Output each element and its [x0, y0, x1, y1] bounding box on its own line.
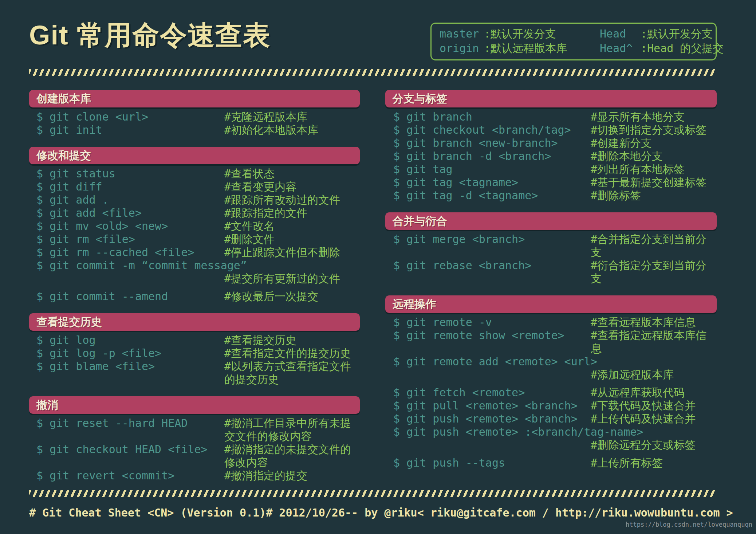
- legend-term: Head: [600, 27, 641, 40]
- command-text: $ git commit --amend: [36, 290, 224, 303]
- command-text: $ git remote show <remote>: [393, 329, 591, 355]
- command-row: $ git rebase <branch>#衍合指定分支到当前分支: [393, 259, 717, 285]
- command-row: $ git push --tags#上传所有标签: [393, 456, 717, 470]
- command-row: $ git clone <url>#克隆远程版本库: [36, 110, 360, 123]
- legend-term: origin: [440, 42, 484, 55]
- footer-contact: < riku@gitcafe.com / http://riku.wowubun…: [417, 506, 733, 519]
- command-row: $ git revert <commit>#撤消指定的提交: [36, 469, 360, 482]
- command-rows: $ git branch#显示所有本地分支$ git checkout <bra…: [385, 107, 717, 202]
- comment-text: #合并指定分支到当前分支: [591, 233, 717, 259]
- command-text: $ git reset --hard HEAD: [36, 417, 224, 443]
- command-text: $ git tag: [393, 163, 591, 176]
- comment-text: #列出所有本地标签: [591, 163, 717, 176]
- legend-desc: :默认开发分支: [641, 27, 724, 40]
- command-row: $ git commit --amend#修改最后一次提交: [36, 290, 360, 303]
- command-rows: $ git remote -v#查看远程版本库信息$ git remote sh…: [385, 313, 717, 470]
- comment-text: #文件改名: [224, 220, 360, 233]
- comment-text: #添加远程版本库: [591, 368, 717, 381]
- command-text: $ git remote -v: [393, 316, 591, 329]
- section-header: 撤消: [29, 396, 360, 414]
- command-row: $ git merge <branch>#合并指定分支到当前分支: [393, 233, 717, 259]
- legend-desc: :默认开发分支: [484, 27, 600, 40]
- comment-text: #克隆远程版本库: [224, 110, 360, 123]
- command-text: $ git checkout <branch/tag>: [393, 123, 591, 137]
- footer-author: -- by @riku: [345, 506, 417, 519]
- command-text: $ git remote add <remote> <url>: [393, 355, 717, 368]
- command-row: $ git reset --hard HEAD#撤消工作目录中所有未提交文件的修…: [36, 417, 360, 443]
- comment-text: #跟踪所有改动过的文件: [224, 193, 360, 207]
- command-rows: $ git status#查看状态$ git diff#查看变更内容$ git …: [29, 164, 360, 303]
- command-row: $ git log#查看提交历史: [36, 334, 360, 347]
- command-text: $ git checkout HEAD <file>: [36, 443, 224, 469]
- section-header: 查看提交历史: [29, 313, 360, 331]
- hatched-divider-top: [29, 69, 716, 76]
- legend-desc: :默认远程版本库: [484, 42, 600, 55]
- section: 远程操作$ git remote -v#查看远程版本库信息$ git remot…: [385, 295, 717, 470]
- comment-text: #查看指定远程版本库信息: [591, 329, 717, 355]
- section-header: 合并与衍合: [385, 212, 717, 230]
- comment-text: #上传所有标签: [591, 456, 717, 470]
- footer-date: # 2012/10/26: [266, 506, 345, 519]
- command-row: $ git checkout HEAD <file>#撤消指定的未提交文件的修改…: [36, 443, 360, 469]
- command-text: $ git rebase <branch>: [393, 259, 591, 285]
- comment-text: #撤消指定的提交: [224, 469, 360, 482]
- section-header: 创建版本库: [29, 90, 360, 107]
- comment-text: #上传代码及快速合并: [591, 412, 717, 425]
- comment-text: #修改最后一次提交: [224, 290, 360, 303]
- comment-text: #跟踪指定的文件: [224, 207, 360, 220]
- comment-text: #查看远程版本库信息: [591, 316, 717, 329]
- command-row: $ git tag#列出所有本地标签: [393, 163, 717, 176]
- command-text: $ git clone <url>: [36, 110, 224, 123]
- command-text: $ git fetch <remote>: [393, 386, 591, 399]
- command-text: $ git push --tags: [393, 456, 591, 470]
- command-text: $ git init: [36, 123, 224, 137]
- section: 修改和提交$ git status#查看状态$ git diff#查看变更内容$…: [29, 147, 360, 303]
- command-row: $ git branch#显示所有本地分支: [393, 110, 717, 123]
- column-right: 分支与标签$ git branch#显示所有本地分支$ git checkout…: [385, 90, 717, 482]
- command-row: $ git commit -m “commit message”#提交所有更新过…: [36, 259, 360, 285]
- section: 分支与标签$ git branch#显示所有本地分支$ git checkout…: [385, 90, 717, 202]
- command-text: $ git push <remote> <branch>: [393, 412, 591, 425]
- watermark: https://blog.csdn.net/lovequanquqn: [626, 521, 752, 528]
- comment-text: #撤消工作目录中所有未提交文件的修改内容: [224, 417, 360, 443]
- command-text: $ git diff: [36, 180, 224, 193]
- section: 查看提交历史$ git log#查看提交历史$ git log -p <file…: [29, 313, 360, 386]
- command-text: $ git rm --cached <file>: [36, 246, 224, 259]
- command-row: $ git fetch <remote>#从远程库获取代码: [393, 386, 717, 399]
- command-text: $ git push <remote> :<branch/tag-name>: [393, 425, 717, 439]
- section-header: 分支与标签: [385, 90, 717, 107]
- header: Git 常用命令速查表 master :默认开发分支 Head :默认开发分支 …: [0, 0, 756, 60]
- comment-text: #衍合指定分支到当前分支: [591, 259, 717, 285]
- main-content: 创建版本库$ git clone <url>#克隆远程版本库$ git init…: [0, 76, 756, 482]
- command-row: $ git push <remote> <branch>#上传代码及快速合并: [393, 412, 717, 425]
- command-row: $ git mv <old> <new>#文件改名: [36, 220, 360, 233]
- section-header: 远程操作: [385, 295, 717, 313]
- footer-line: # Git Cheat Sheet <CN> (Version 0.1) # 2…: [29, 506, 716, 519]
- legend-term: Head^: [600, 42, 641, 55]
- column-left: 创建版本库$ git clone <url>#克隆远程版本库$ git init…: [29, 90, 360, 482]
- command-row: $ git branch <new-branch>#创建新分支: [393, 137, 717, 150]
- comment-text: #查看状态: [224, 167, 360, 180]
- hatched-divider-bottom: [29, 490, 716, 497]
- page-title: Git 常用命令速查表: [29, 17, 271, 54]
- comment-text: #以列表方式查看指定文件的提交历史: [224, 360, 360, 386]
- command-text: $ git pull <remote> <branch>: [393, 399, 591, 412]
- comment-text: #初始化本地版本库: [224, 123, 360, 137]
- command-text: $ git revert <commit>: [36, 469, 224, 482]
- comment-text: #删除本地分支: [591, 150, 717, 163]
- command-row: $ git tag <tagname>#基于最新提交创建标签: [393, 176, 717, 189]
- command-rows: $ git log#查看提交历史$ git log -p <file>#查看指定…: [29, 331, 360, 386]
- command-rows: $ git reset --hard HEAD#撤消工作目录中所有未提交文件的修…: [29, 414, 360, 482]
- comment-text: #删除远程分支或标签: [591, 439, 717, 452]
- command-text: $ git tag -d <tagname>: [393, 189, 591, 202]
- comment-text: #下载代码及快速合并: [591, 399, 717, 412]
- command-text: $ git rm <file>: [36, 233, 224, 246]
- command-rows: $ git clone <url>#克隆远程版本库$ git init#初始化本…: [29, 107, 360, 137]
- command-text: $ git branch -d <branch>: [393, 150, 591, 163]
- command-rows: $ git merge <branch>#合并指定分支到当前分支$ git re…: [385, 230, 717, 285]
- command-text: $ git blame <file>: [36, 360, 224, 386]
- command-text: $ git mv <old> <new>: [36, 220, 224, 233]
- command-text: $ git add <file>: [36, 207, 224, 220]
- section: 合并与衍合$ git merge <branch>#合并指定分支到当前分支$ g…: [385, 212, 717, 285]
- command-row: $ git tag -d <tagname>#删除标签: [393, 189, 717, 202]
